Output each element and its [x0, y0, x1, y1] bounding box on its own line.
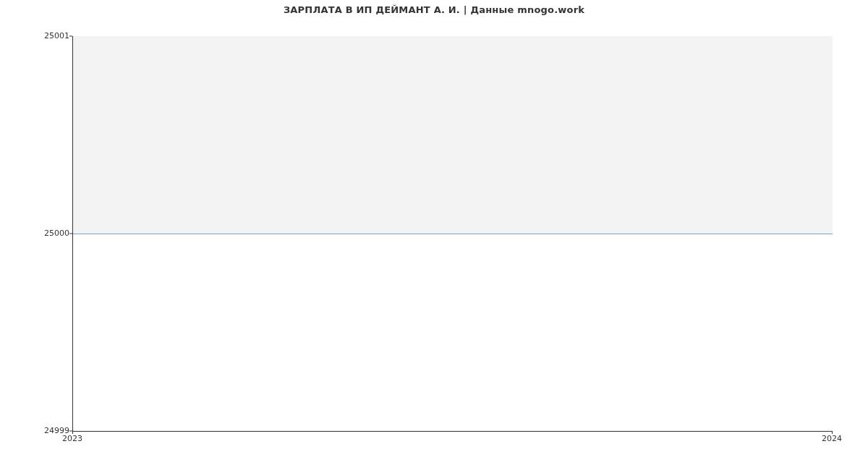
x-tick-label: 2023 [62, 434, 82, 443]
chart-title: ЗАРПЛАТА В ИП ДЕЙМАНТ А. И. | Данные mno… [0, 4, 868, 15]
chart-container: ЗАРПЛАТА В ИП ДЕЙМАНТ А. И. | Данные mno… [0, 0, 868, 470]
data-line [73, 234, 833, 234]
y-tick-label: 25000 [4, 229, 69, 238]
plot-area [72, 36, 833, 432]
y-tick-label: 25001 [4, 32, 69, 40]
y-tick-label: 24999 [4, 427, 69, 435]
plot-shade-upper [73, 36, 833, 234]
x-tick-label: 2024 [822, 434, 842, 443]
